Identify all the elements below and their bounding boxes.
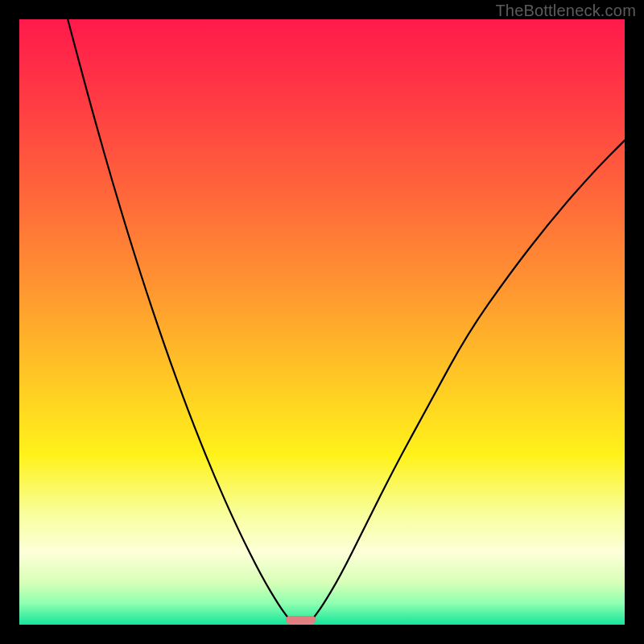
chart-svg (19, 19, 625, 625)
bottleneck-marker (286, 616, 316, 624)
chart-frame (19, 19, 625, 625)
watermark-text: TheBottleneck.com (495, 2, 636, 20)
gradient-background (19, 19, 625, 625)
